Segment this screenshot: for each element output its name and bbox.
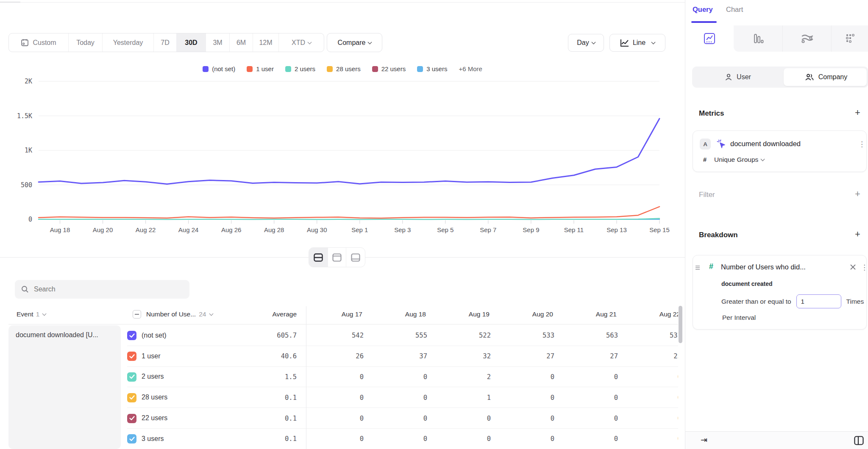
layout-bottom-button[interactable] [346,248,365,267]
row-label: 2 users [142,373,164,380]
row-average: 0.1 [237,394,297,402]
row-value: 555 [376,332,427,339]
compare-button[interactable]: Compare [327,33,382,52]
breakdown-heading: Breakdown [699,231,738,239]
flow-viz-icon [801,33,813,44]
row-average: 1.5 [237,373,297,381]
layout-split-button[interactable] [309,248,328,267]
series--not-set-[interactable] [39,119,659,184]
row-checkbox[interactable] [127,434,136,443]
row-checkbox[interactable] [127,352,136,361]
table-scrollbar[interactable] [679,306,682,343]
breakdown-condition-row: Greater than or equal to Times [721,294,864,308]
range-30d-button[interactable]: 30D [177,33,206,52]
tab-chart[interactable]: Chart [726,6,743,14]
scope-user-option[interactable]: User [692,67,784,88]
viz-line-tab[interactable] [685,25,734,52]
layout-top-icon [332,253,342,262]
search-icon [21,285,29,293]
select-all-checkbox[interactable] [133,310,141,319]
metric-kebab-icon[interactable]: ⋮ [858,140,865,149]
panel-layout-icon[interactable] [854,436,864,445]
date-column-header[interactable]: Aug 22 [625,310,678,318]
drag-handle-icon[interactable] [695,265,700,271]
date-column-header[interactable]: Aug 18 [371,310,426,318]
viz-bar-tab[interactable] [734,25,782,52]
range-12m-button[interactable]: 12M [253,33,279,52]
table-row: 3 users0.1000000 [127,429,678,449]
date-column-header[interactable]: Aug 21 [562,310,617,318]
chart-type-dropdown[interactable]: Line [609,34,665,52]
row-checkbox[interactable] [127,331,136,340]
viz-grid-tab[interactable] [831,25,868,52]
close-icon[interactable] [850,264,856,270]
range-6m-button[interactable]: 6M [230,33,253,52]
series-2-users[interactable] [39,219,659,219]
date-column-header[interactable]: Aug 20 [498,310,553,318]
breakdown-property[interactable]: Number of Users who did... [721,263,806,271]
range-yesterday-button[interactable]: Yesterday [103,33,154,52]
breakdown-event: document created [721,280,773,287]
row-label: 1 user [142,352,160,360]
breakdown-kebab-icon[interactable]: ⋮ [861,263,868,272]
row-label: 3 users [142,435,164,443]
add-metric-button[interactable]: + [855,108,860,117]
layout-top-button[interactable] [328,248,346,267]
row-value: 0 [313,415,364,422]
breakdown-card[interactable]: # Number of Users who did... ⋮ document … [693,255,867,330]
add-breakdown-button[interactable]: + [855,230,860,238]
series-1-user[interactable] [39,207,659,218]
add-filter-button[interactable]: + [855,190,860,198]
metric-card[interactable]: A document downloaded ⋮ # Unique Groups [693,130,867,172]
times-unit-label: Times [846,298,864,305]
search-box[interactable] [15,280,189,299]
chevron-down-icon [651,40,656,44]
viz-flow-tab[interactable] [782,25,831,52]
table-row: 22 users0.1000000 [127,408,678,429]
layout-toggle-group [309,247,365,267]
metric-event-name[interactable]: document downloaded [730,140,801,148]
range-today-button[interactable]: Today [69,33,103,52]
row-value: 26 [313,352,364,360]
range-3m-button[interactable]: 3M [206,33,230,52]
measure-selector[interactable]: Unique Groups [714,156,764,164]
row-checkbox[interactable] [127,393,136,402]
check-icon [129,354,135,359]
row-value: 0 [504,394,554,402]
row-value: 2 [440,373,491,381]
row-checkbox[interactable] [127,414,136,423]
range-custom-button[interactable]: Custom [9,33,69,52]
row-checkbox[interactable] [127,372,136,382]
row-value: 0 [631,415,678,422]
interval-dropdown[interactable]: Day [568,34,604,52]
chevron-down-icon [308,40,312,44]
filter-heading: Filter [699,191,715,199]
row-value: 0 [504,373,554,381]
event-count: 1 [36,310,40,318]
date-column-header[interactable]: Aug 19 [434,310,490,318]
date-column-header[interactable]: Aug 17 [307,310,362,318]
event-column-header[interactable]: Event 1 [17,310,46,318]
range-7d-button[interactable]: 7D [154,33,177,52]
measure-label: Unique Groups [714,156,758,164]
chevron-down-icon [368,40,372,44]
line-chart[interactable]: 05001K1.5K2KAug 18Aug 20Aug 22Aug 24Aug … [0,59,685,237]
group-column-header[interactable]: Number of Use... 24 [146,310,213,318]
scope-company-option[interactable]: Company [784,67,868,88]
range-xtd-button[interactable]: XTD [279,33,324,52]
x-axis-label: Sep 13 [606,226,627,233]
event-icon [716,139,726,149]
search-input[interactable] [34,285,174,293]
times-value-input[interactable] [796,294,841,308]
row-label: (not set) [142,332,167,339]
range-label: 30D [185,39,197,47]
average-column-header[interactable]: Average [237,310,297,318]
tab-query[interactable]: Query [693,6,713,14]
row-average: 40.6 [237,352,297,360]
row-value: 27 [567,352,618,360]
layout-bottom-icon [351,253,360,262]
layout-split-icon [314,253,323,262]
line-viz-icon [704,33,715,44]
row-average: 0.1 [237,415,297,422]
collapse-panel-icon[interactable]: ⇥ [701,435,707,445]
